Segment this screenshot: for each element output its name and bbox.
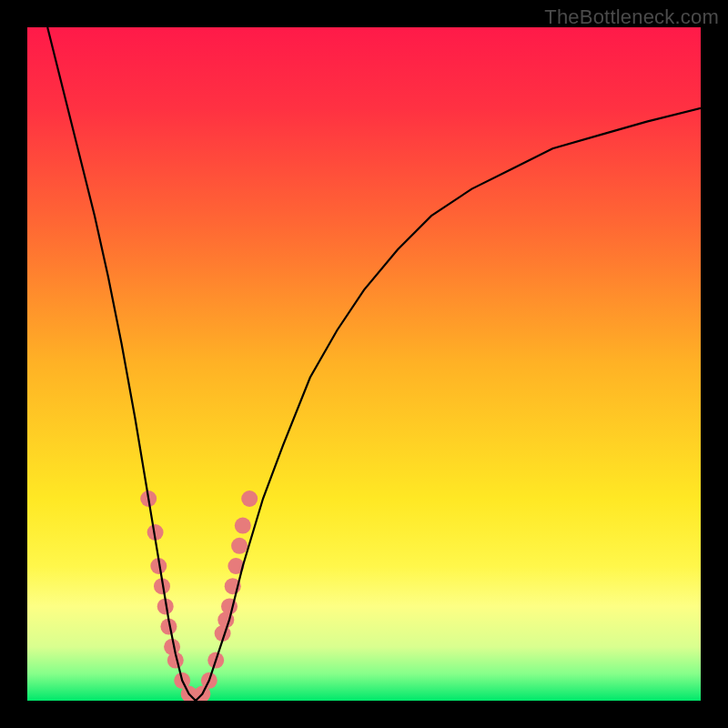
bottleneck-curve bbox=[47, 27, 701, 701]
chart-frame: TheBottleneck.com bbox=[0, 0, 728, 728]
plot-area bbox=[27, 27, 701, 701]
chart-overlay bbox=[27, 27, 701, 701]
dip-marker-dot bbox=[231, 538, 248, 554]
dip-marker-group bbox=[140, 490, 258, 701]
watermark-text: TheBottleneck.com bbox=[544, 5, 719, 29]
dip-marker-dot bbox=[241, 490, 258, 507]
dip-marker-dot bbox=[235, 518, 251, 534]
